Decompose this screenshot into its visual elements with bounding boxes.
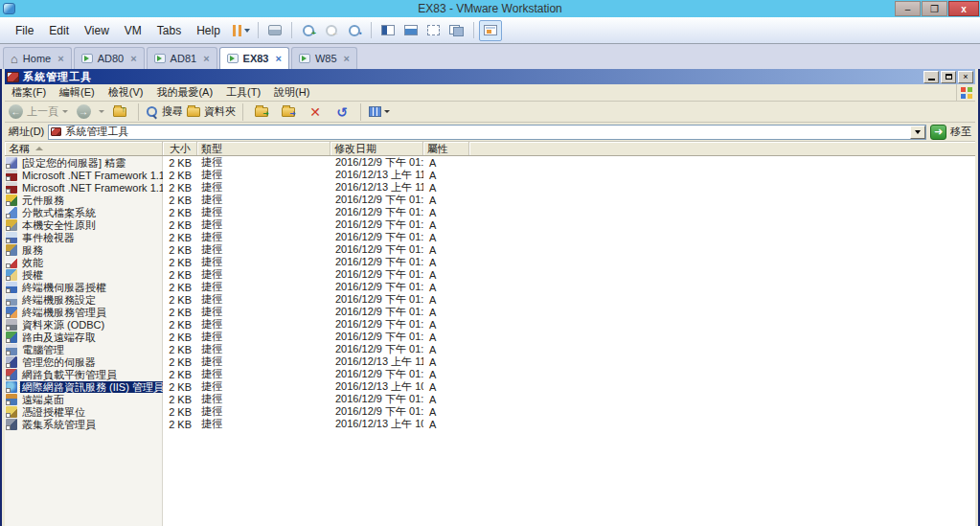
list-item[interactable]: 終端機伺服器授權2 KB捷徑2016/12/9 下午 01:46A (5, 281, 975, 293)
list-item[interactable]: 遠端桌面2 KB捷徑2016/12/9 下午 01:45A (5, 393, 975, 405)
list-item[interactable]: 分散式檔案系統2 KB捷徑2016/12/9 下午 01:49A (5, 206, 975, 218)
list-item[interactable]: 終端機服務設定2 KB捷徑2016/12/9 下午 01:45A (5, 293, 975, 306)
back-history-dropdown[interactable] (62, 110, 68, 113)
menu-file[interactable]: File (8, 24, 41, 37)
tab-home[interactable]: ⌂Home× (3, 47, 72, 69)
column-header-filler (469, 142, 975, 155)
show-library-panel-button[interactable] (376, 20, 399, 41)
show-console-view-button[interactable] (479, 20, 502, 41)
host-close-button[interactable]: x (948, 1, 979, 16)
vm-icon (299, 54, 310, 63)
undo-button[interactable]: ↺ (330, 102, 353, 123)
address-input[interactable]: 系統管理工具 (48, 125, 926, 140)
list-item[interactable]: 電腦管理2 KB捷徑2016/12/9 下午 01:49A (5, 343, 975, 355)
pause-button-icon (233, 25, 241, 36)
explorer-menu-item[interactable]: 說明(H) (267, 85, 316, 100)
list-item[interactable]: 憑證授權單位2 KB捷徑2016/12/9 下午 01:48A (5, 405, 975, 418)
explorer-restore-button[interactable] (941, 71, 956, 83)
list-item[interactable]: 路由及遠端存取2 KB捷徑2016/12/9 下午 01:43A (5, 331, 975, 343)
back-button[interactable]: ← 上一頁 (9, 102, 58, 123)
host-restore-button[interactable]: ❐ (922, 1, 947, 16)
menu-tabs[interactable]: Tabs (149, 24, 189, 37)
list-item[interactable]: [設定您的伺服器] 精靈2 KB捷徑2016/12/9 下午 01:49A (5, 156, 975, 169)
explorer-menu-item[interactable]: 我的最愛(A) (149, 85, 219, 100)
views-button[interactable] (368, 102, 391, 123)
list-item[interactable]: 服務2 KB捷徑2016/12/9 下午 01:49A (5, 243, 975, 256)
list-item[interactable]: Microsoft .NET Framework 1.1 設定2 KB捷徑201… (5, 169, 975, 181)
fullscreen-icon (427, 25, 440, 35)
attr-cell: A (423, 419, 469, 430)
list-item[interactable]: 終端機服務管理員2 KB捷徑2016/12/9 下午 01:45A (5, 306, 975, 318)
explorer-close-button[interactable]: × (958, 71, 973, 83)
licensing-icon (6, 269, 17, 281)
back-icon: ← (9, 104, 23, 119)
search-button[interactable]: 搜尋 (146, 102, 183, 123)
up-button[interactable]: ↑ (108, 102, 131, 123)
pause-button-button[interactable] (230, 20, 253, 41)
delete-button[interactable]: ✕ (304, 102, 327, 123)
list-item[interactable]: 事件檢視器2 KB捷徑2016/12/9 下午 01:49A (5, 231, 975, 243)
move-to-button[interactable]: ➜ (250, 102, 273, 123)
list-item[interactable]: 網際網路資訊服務 (IIS) 管理員2 KB捷徑2016/12/13 上午 10… (5, 380, 975, 393)
revert-snapshot-button[interactable]: ← (320, 20, 343, 41)
go-button[interactable]: ➜ (930, 125, 946, 140)
host-menubar-toolbar: FileEditViewVMTabsHelp +←▪ (0, 17, 980, 44)
menu-edit[interactable]: Edit (41, 24, 77, 37)
explorer-menu-item[interactable]: 檢視(V) (102, 85, 150, 100)
show-thumbnail-bar-button[interactable] (399, 20, 422, 41)
explorer-menu-item[interactable]: 工具(T) (219, 85, 267, 100)
explorer-menu-item[interactable]: 編輯(E) (53, 85, 102, 100)
tab-ad80[interactable]: AD80× (74, 47, 145, 69)
manage-snapshots-button[interactable]: ▪ (343, 20, 366, 41)
size-cell: 2 KB (163, 207, 197, 218)
address-dropdown-button[interactable] (910, 126, 925, 139)
host-minimize-button[interactable]: – (895, 1, 921, 16)
list-item[interactable]: Microsoft .NET Framework 1.1 精靈2 KB捷徑201… (5, 181, 975, 194)
list-item[interactable]: 叢集系統管理員2 KB捷徑2016/12/13 上午 10:53A (5, 418, 975, 430)
explorer-titlebar: 系統管理工具 × (5, 69, 975, 84)
take-snapshot-button[interactable]: + (297, 20, 320, 41)
column-header-4[interactable]: 屬性 (423, 142, 469, 155)
attr-cell: A (423, 344, 469, 355)
list-item[interactable]: 資料來源 (ODBC)2 KB捷徑2016/12/9 下午 01:49A (5, 318, 975, 331)
tab-ad81[interactable]: AD81× (147, 47, 217, 69)
configure-server-wizard-icon (6, 157, 17, 169)
forward-history-dropdown[interactable] (99, 110, 104, 113)
show-library-panel-icon (381, 25, 395, 35)
file-list: 名稱大小類型修改日期屬性 [設定您的伺服器] 精靈2 KB捷徑2016/12/9… (5, 142, 975, 526)
fullscreen-button[interactable] (422, 20, 445, 41)
tab-close-icon[interactable]: × (57, 53, 63, 64)
list-item[interactable]: 效能2 KB捷徑2016/12/9 下午 01:49A (5, 256, 975, 268)
list-item[interactable]: 網路負載平衡管理員2 KB捷徑2016/12/9 下午 01:43A (5, 368, 975, 380)
column-header-2[interactable]: 類型 (197, 142, 330, 155)
explorer-minimize-button[interactable] (923, 71, 939, 83)
column-header-3[interactable]: 修改日期 (330, 142, 423, 155)
windows-logo-button (956, 84, 975, 101)
send-ctrl-alt-del-button[interactable] (263, 20, 286, 41)
tab-w85[interactable]: W85× (291, 47, 357, 69)
copy-to-button[interactable]: ➜ (277, 102, 300, 123)
menu-help[interactable]: Help (189, 24, 228, 37)
unity-mode-button[interactable] (445, 20, 468, 41)
pause-button-caret[interactable] (244, 29, 250, 33)
menu-view[interactable]: View (77, 24, 117, 37)
column-header-0[interactable]: 名稱 (5, 142, 163, 155)
tab-close-icon[interactable]: × (203, 53, 209, 64)
list-item[interactable]: 元件服務2 KB捷徑2016/12/9 下午 01:45A (5, 194, 975, 206)
list-item[interactable]: 授權2 KB捷徑2016/12/9 下午 01:49A (5, 268, 975, 281)
tab-close-icon[interactable]: × (130, 53, 136, 64)
name-cell: [設定您的伺服器] 精靈 (5, 157, 163, 169)
tab-close-icon[interactable]: × (276, 53, 282, 64)
folders-button[interactable]: 資料夾 (187, 102, 236, 123)
attr-cell: A (423, 294, 469, 306)
computer-management-icon (6, 344, 17, 355)
menu-vm[interactable]: VM (117, 24, 149, 37)
list-item[interactable]: 本機安全性原則2 KB捷徑2016/12/9 下午 01:49A (5, 218, 975, 231)
tab-ex83[interactable]: EX83× (219, 47, 289, 69)
column-header-1[interactable]: 大小 (163, 142, 197, 155)
forward-button[interactable]: → (72, 102, 95, 123)
vm-icon (227, 54, 239, 63)
list-item[interactable]: 管理您的伺服器2 KB捷徑2016/12/13 上午 11:04A (5, 355, 975, 368)
tab-close-icon[interactable]: × (344, 53, 350, 64)
explorer-menu-item[interactable]: 檔案(F) (5, 85, 53, 100)
